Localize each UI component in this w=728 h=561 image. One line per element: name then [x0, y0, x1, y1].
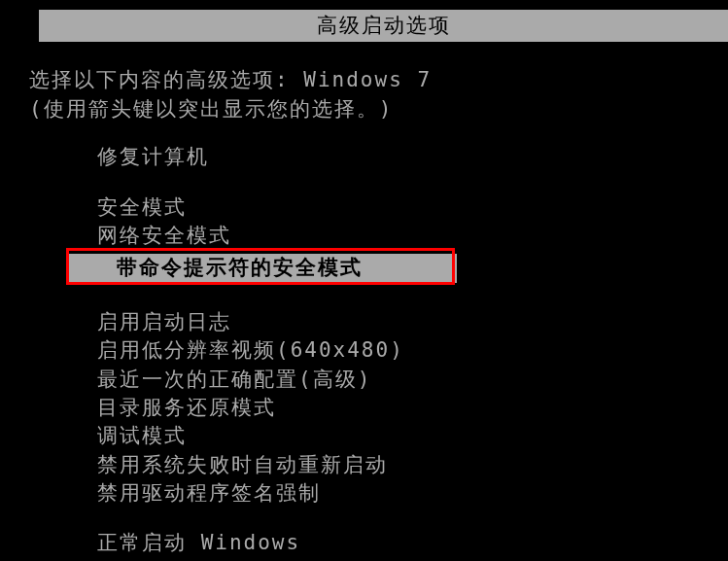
- menu-item-label: 最近一次的正确配置(高级): [97, 368, 371, 391]
- menu-item-dsrm[interactable]: 目录服务还原模式: [97, 394, 728, 422]
- group-spacer: [97, 172, 728, 193]
- menu-item-label: 安全模式: [97, 195, 187, 219]
- group-spacer: [97, 287, 728, 308]
- title-text: 高级启动选项: [317, 14, 451, 37]
- prompt-line-1: 选择以下内容的高级选项: Windows 7: [29, 66, 728, 94]
- menu-item-label: 启用低分辨率视频(640x480): [97, 338, 404, 362]
- menu-item-bootlog[interactable]: 启用启动日志: [97, 308, 728, 336]
- menu-item-label: 带命令提示符的安全模式: [117, 256, 363, 279]
- menu-item-label: 正常启动 Windows: [97, 531, 300, 554]
- prompt-line-2: (使用箭头键以突出显示您的选择。): [29, 95, 728, 123]
- title-bar: 高级启动选项: [39, 10, 728, 42]
- menu-item-debug[interactable]: 调试模式: [97, 422, 728, 450]
- menu-item-label: 启用启动日志: [97, 310, 231, 333]
- menu-item-lowres[interactable]: 启用低分辨率视频(640x480): [97, 336, 728, 365]
- content-area: 选择以下内容的高级选项: Windows 7 (使用箭头键以突出显示您的选择。)…: [0, 42, 728, 557]
- menu-item-repair[interactable]: 修复计算机: [97, 143, 728, 171]
- menu-item-disable-driversig[interactable]: 禁用驱动程序签名强制: [97, 479, 728, 508]
- menu-item-safemode[interactable]: 安全模式: [97, 193, 728, 222]
- menu-item-label: 禁用系统失败时自动重新启动: [97, 453, 388, 476]
- menu-item-safemode-cmd-wrapper: 带命令提示符的安全模式: [49, 250, 728, 286]
- menu-item-label: 目录服务还原模式: [97, 396, 276, 419]
- menu-item-label: 网络安全模式: [97, 224, 231, 247]
- menu-item-safemode-cmd[interactable]: 带命令提示符的安全模式: [68, 254, 457, 282]
- group-spacer: [97, 508, 728, 529]
- menu-item-safemode-network[interactable]: 网络安全模式: [97, 222, 728, 250]
- menu-item-label: 修复计算机: [97, 145, 209, 168]
- menu-item-label: 禁用驱动程序签名强制: [97, 481, 321, 505]
- menu-item-disable-autoreboot[interactable]: 禁用系统失败时自动重新启动: [97, 451, 728, 479]
- boot-menu-list: 修复计算机 安全模式 网络安全模式 带命令提示符的安全模式 启用启动日志 启用低…: [29, 143, 728, 558]
- menu-item-normal-boot[interactable]: 正常启动 Windows: [97, 529, 728, 557]
- menu-item-lastknowngood[interactable]: 最近一次的正确配置(高级): [97, 366, 728, 394]
- menu-item-label: 调试模式: [97, 424, 187, 447]
